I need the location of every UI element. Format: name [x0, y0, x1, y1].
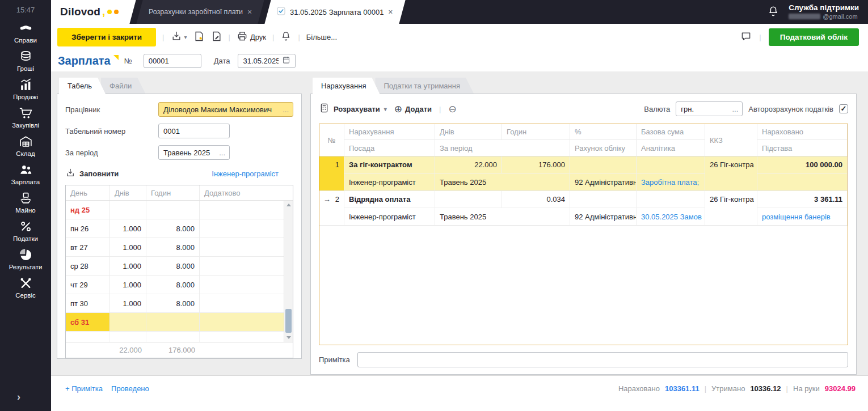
- sidebar-expand-button[interactable]: ›: [17, 391, 20, 403]
- tax-accounting-button[interactable]: Податковий облік: [769, 28, 859, 46]
- notifications-bell-icon[interactable]: [767, 5, 779, 19]
- bell-icon: [280, 31, 292, 44]
- chevron-right-icon: ›: [17, 391, 20, 402]
- accrual-row-selected[interactable]: 1 За гіг-контрактом 22.000 176.000 26 Гі…: [319, 156, 848, 191]
- tab-taxes-withholdings[interactable]: Податки та утримання: [375, 78, 474, 94]
- sidebar-item-warehouse[interactable]: Склад: [0, 134, 51, 157]
- sidebar-item-purchases[interactable]: Закупівлі: [0, 106, 51, 129]
- tools-icon: [19, 276, 33, 290]
- period-field[interactable]: Травень 2025 ...: [158, 145, 230, 160]
- add-note-link[interactable]: + Примітка: [65, 384, 103, 393]
- scroll-up-icon[interactable]: [286, 204, 291, 206]
- calculate-button[interactable]: Розрахувати ▾: [319, 103, 387, 115]
- check-icon: ✓: [841, 105, 847, 112]
- timesheet-row[interactable]: ср 28 1.000 8.000: [66, 257, 293, 276]
- note-row: Примітка: [319, 352, 848, 367]
- pie-chart-icon: [19, 248, 33, 262]
- timesheet-scrollbar[interactable]: [284, 201, 293, 342]
- percent-icon: [19, 219, 33, 234]
- timesheet-row[interactable]: вт 27 1.000 8.000: [66, 238, 293, 257]
- personnel-number-label: Табельний номер: [65, 127, 158, 135]
- timesheet-empty-space: [66, 332, 293, 342]
- withheld-total-label: Утримано: [711, 384, 745, 393]
- note-label: Примітка: [319, 355, 350, 364]
- document-date-field[interactable]: 31.05.2025: [238, 54, 296, 68]
- tab-payroll-document[interactable]: 31.05.2025 Зарплата 00001 ×: [265, 0, 406, 24]
- sidebar-item-label: Майно: [15, 207, 35, 214]
- sidebar-item-label: Сервіс: [15, 292, 36, 299]
- sidebar-item-service[interactable]: Сервіс: [0, 276, 51, 299]
- auto-tax-label: Авторозрахунок податків: [748, 105, 833, 113]
- save-icon: [171, 31, 182, 44]
- tab-accruals[interactable]: Нарахування: [313, 78, 380, 94]
- chevron-down-icon: ▾: [384, 106, 387, 112]
- personnel-number-field[interactable]: 0001: [158, 124, 230, 138]
- reminders-button[interactable]: [280, 31, 292, 44]
- sidebar-item-label: Гроші: [17, 65, 34, 72]
- print-button[interactable]: Друк: [237, 31, 266, 44]
- accruals-empty-space: [319, 226, 848, 345]
- accrual-row[interactable]: → 2 Відрядна оплата 0.034 26 Гіг-контра …: [319, 191, 848, 226]
- position-link[interactable]: Інженер-програміст: [212, 170, 279, 178]
- timesheet-row[interactable]: пт 30 1.000 8.000: [66, 294, 293, 313]
- logo[interactable]: Dilovod ,: [51, 0, 136, 24]
- chat-bubble-icon: [740, 31, 752, 44]
- timesheet-row[interactable]: пн 26 1.000 8.000: [66, 219, 293, 238]
- lookup-button[interactable]: ...: [732, 105, 738, 113]
- document-number-field[interactable]: 00001: [144, 54, 201, 68]
- bar-chart-icon: [19, 78, 33, 92]
- sidebar-item-label: Податки: [13, 235, 38, 242]
- handshake-icon: [19, 21, 33, 35]
- logo-dot-orange: [114, 10, 119, 14]
- currency-field[interactable]: грн. ...: [676, 101, 743, 116]
- topbar: Dilovod , Розрахунки заробітної плати × …: [51, 0, 868, 24]
- date-label: Дата: [214, 57, 230, 65]
- tab-timesheet[interactable]: Табель: [59, 78, 106, 94]
- print-label: Друк: [250, 33, 266, 41]
- auto-tax-checkbox[interactable]: ✓: [839, 104, 848, 113]
- sidebar-item-label: Продажі: [13, 94, 38, 100]
- app-root: 15:47 Справи Гроші Продажі Закупівлі Скл…: [0, 0, 868, 411]
- save-and-close-button[interactable]: Зберегти і закрити: [57, 28, 156, 46]
- tab-payroll-calculations[interactable]: Розрахунки заробітної плати ×: [136, 0, 264, 24]
- sidebar: 15:47 Справи Гроші Продажі Закупівлі Скл…: [0, 0, 51, 411]
- sidebar-item-taxes[interactable]: Податки: [0, 219, 51, 242]
- more-button[interactable]: Більше...: [306, 33, 337, 41]
- employee-field[interactable]: Діловодов Максим Максимович ...: [158, 102, 293, 117]
- current-row-arrow-icon: →: [323, 195, 331, 204]
- save-button[interactable]: ▾: [171, 31, 187, 44]
- printer-icon: [237, 31, 248, 44]
- fill-button[interactable]: Заповнити: [65, 168, 119, 180]
- sidebar-item-results[interactable]: Результати: [0, 248, 51, 270]
- sidebar-item-deals[interactable]: Справи: [0, 21, 51, 44]
- save-as-template-button[interactable]: [193, 31, 205, 44]
- sidebar-item-sales[interactable]: Продажі: [0, 78, 51, 100]
- close-icon[interactable]: ×: [247, 7, 252, 16]
- posted-status-link[interactable]: Проведено: [111, 384, 149, 393]
- tab-label: Розрахунки заробітної плати: [149, 8, 243, 16]
- lookup-button[interactable]: ...: [219, 149, 225, 157]
- fill-download-icon: [65, 168, 75, 180]
- calendar-icon[interactable]: [282, 56, 290, 66]
- timesheet-row-selected[interactable]: сб 31: [66, 313, 293, 332]
- timesheet-table-header: День Днів Годин Додатково: [66, 185, 293, 201]
- accruals-panel: Нарахування Податки та утримання Розраху…: [310, 77, 857, 375]
- scrollbar-thumb[interactable]: [285, 309, 292, 333]
- sidebar-item-assets[interactable]: Майно: [0, 191, 51, 214]
- tab-files[interactable]: Файли: [101, 78, 145, 94]
- net-total-label: На руки: [793, 384, 820, 393]
- blurred-email-chip: [789, 14, 820, 19]
- edit-document-button[interactable]: [211, 31, 222, 44]
- lookup-button[interactable]: ...: [283, 105, 289, 114]
- remove-row-button[interactable]: ⊖: [448, 103, 456, 115]
- scroll-down-icon[interactable]: [286, 336, 291, 339]
- comments-button[interactable]: [740, 31, 752, 44]
- support-menu[interactable]: Служба підтримки @gmail.com: [789, 3, 859, 21]
- add-row-button[interactable]: ⊕ Додати: [394, 103, 432, 115]
- sidebar-item-payroll[interactable]: Зарплата: [0, 163, 51, 185]
- timesheet-row[interactable]: нд 25: [66, 201, 293, 219]
- timesheet-row[interactable]: чт 29 1.000 8.000: [66, 276, 293, 294]
- sidebar-item-money[interactable]: Гроші: [0, 49, 51, 72]
- close-icon[interactable]: ×: [389, 7, 393, 16]
- note-input[interactable]: [357, 352, 848, 367]
